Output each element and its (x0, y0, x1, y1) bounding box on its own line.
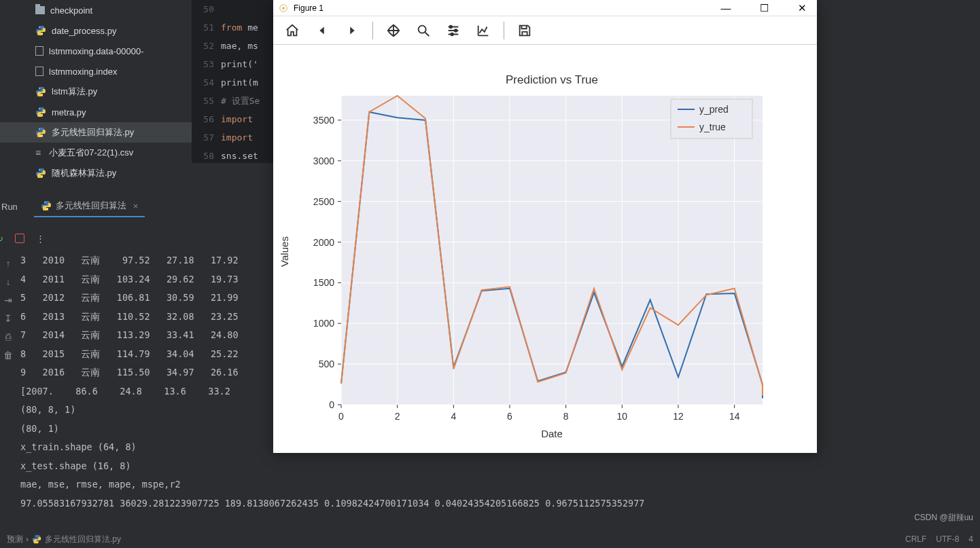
home-icon[interactable] (281, 20, 303, 41)
indent[interactable]: 4 (968, 534, 973, 544)
status-bar: 预测 › 多元线性回归算法.py CRLF UTF-8 4 (0, 530, 980, 548)
stop-button[interactable] (12, 231, 27, 246)
python-icon (32, 534, 41, 544)
svg-text:0: 0 (329, 399, 334, 410)
file-item[interactable]: metra.py (0, 102, 192, 122)
save-icon[interactable] (514, 20, 536, 41)
file-item[interactable]: 随机森林算法.py (0, 163, 192, 182)
svg-text:y_pred: y_pred (699, 104, 729, 115)
run-tab-label: 多元线性回归算法 (56, 200, 126, 212)
file-name: 多元线性回归算法.py (52, 126, 134, 139)
folder-icon (35, 6, 45, 14)
run-panel-label: Run (1, 202, 18, 212)
figure-titlebar: Figure 1 — ☐ ✕ (273, 0, 817, 16)
svg-text:2: 2 (395, 411, 400, 422)
file-item[interactable]: lstm算法.py (0, 81, 192, 102)
svg-text:500: 500 (319, 359, 335, 369)
print-icon[interactable]: ⎙ (5, 331, 11, 342)
svg-text:12: 12 (673, 411, 684, 422)
down-icon[interactable]: ↓ (6, 276, 11, 287)
csv-icon (35, 148, 43, 158)
scroll-icon[interactable]: ↧ (4, 313, 12, 324)
svg-text:3500: 3500 (313, 115, 334, 126)
python-icon (41, 200, 52, 211)
figure-app-icon (279, 3, 288, 13)
svg-point-8 (39, 169, 39, 170)
maximize-icon[interactable]: ☐ (754, 2, 773, 14)
file-name: lstmmoxing.data-00000- (49, 46, 143, 56)
file-name: checkpoint (50, 5, 92, 16)
svg-point-2 (39, 88, 39, 88)
file-item[interactable]: 多元线性回归算法.py (0, 122, 192, 143)
svg-text:0: 0 (338, 411, 344, 422)
file-name: metra.py (52, 107, 86, 117)
file-tree: checkpointdate_process.pylstmmoxing.data… (0, 0, 192, 182)
more-icon[interactable]: ⋮ (33, 231, 48, 246)
svg-rect-18 (341, 96, 763, 405)
configure-icon[interactable] (442, 20, 464, 41)
run-tab-active[interactable]: 多元线性回归算法 × (34, 196, 145, 217)
svg-text:y_true: y_true (699, 122, 726, 132)
svg-text:6: 6 (507, 411, 512, 422)
svg-text:1000: 1000 (313, 318, 334, 329)
minimize-icon[interactable]: — (716, 2, 735, 14)
svg-text:8: 8 (563, 411, 569, 422)
figure-toolbar (273, 16, 817, 45)
file-icon (35, 46, 43, 56)
figure-title: Figure 1 (294, 3, 323, 13)
svg-point-11 (47, 208, 48, 209)
svg-point-9 (41, 176, 42, 177)
file-item[interactable]: lstmmoxing.index (0, 61, 192, 81)
encoding[interactable]: UTF-8 (936, 534, 959, 544)
close-window-icon[interactable]: ✕ (792, 2, 811, 14)
svg-point-4 (39, 108, 39, 109)
svg-point-17 (451, 33, 453, 35)
svg-point-16 (455, 29, 457, 32)
svg-text:14: 14 (729, 411, 740, 422)
line-ending[interactable]: CRLF (905, 534, 926, 544)
wrap-icon[interactable]: ⇥ (4, 295, 12, 306)
file-name: 随机森林算法.py (52, 167, 116, 179)
svg-text:2000: 2000 (313, 237, 334, 248)
svg-point-5 (41, 115, 42, 115)
watermark: CSDN @甜辣uu (914, 512, 973, 524)
up-icon[interactable]: ↑ (6, 258, 11, 269)
trash-icon[interactable]: 🗑 (3, 350, 13, 361)
file-item[interactable]: date_process.py (0, 20, 192, 41)
svg-point-1 (41, 33, 42, 34)
svg-text:Values: Values (279, 236, 290, 267)
figure-canvas: 024681012140500100015002000250030003500P… (273, 45, 817, 452)
svg-text:3000: 3000 (313, 156, 334, 166)
code-editor: 50 51 52 53 54 55 56 57 58 from me mae, … (192, 0, 280, 163)
pan-icon[interactable] (383, 20, 404, 41)
svg-text:2500: 2500 (313, 196, 334, 207)
breadcrumb-root[interactable]: 预测 (7, 534, 23, 545)
rerun-icon[interactable]: ↻ (0, 231, 7, 246)
svg-text:1500: 1500 (313, 277, 334, 288)
file-name: lstmmoxing.index (49, 67, 117, 77)
console-side-gutter: ↑ ↓ ⇥ ↧ ⎙ 🗑 (0, 258, 16, 361)
svg-text:4: 4 (451, 411, 456, 422)
python-icon (35, 25, 46, 36)
python-icon (35, 86, 46, 97)
svg-point-13 (282, 7, 285, 10)
svg-text:10: 10 (617, 411, 628, 422)
file-item[interactable]: 小麦五省07-22(1).csv (0, 143, 192, 163)
svg-point-6 (39, 128, 39, 129)
axes-icon[interactable] (472, 20, 494, 41)
figure-window: Figure 1 — ☐ ✕ 0246810121405001000150020… (273, 0, 817, 453)
svg-point-0 (39, 26, 39, 27)
file-name: date_process.py (52, 26, 116, 36)
svg-point-15 (450, 25, 453, 28)
python-icon (35, 168, 46, 179)
forward-icon[interactable] (341, 20, 363, 41)
file-item[interactable]: lstmmoxing.data-00000- (0, 41, 192, 61)
back-icon[interactable] (311, 20, 333, 41)
close-icon[interactable]: × (133, 201, 139, 211)
file-item[interactable]: checkpoint (0, 0, 192, 20)
zoom-icon[interactable] (413, 20, 434, 41)
breadcrumb-separator: › (26, 534, 29, 544)
svg-point-3 (41, 94, 42, 95)
breadcrumb-file[interactable]: 多元线性回归算法.py (45, 534, 121, 545)
svg-point-14 (419, 25, 426, 33)
